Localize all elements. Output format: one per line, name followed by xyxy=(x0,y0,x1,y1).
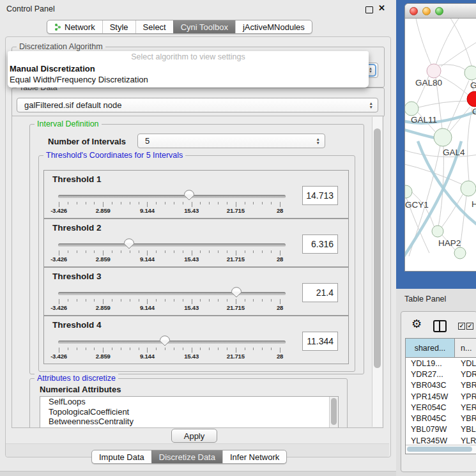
table-cell[interactable]: YBR043C xyxy=(406,381,455,390)
scrollbar-thumb[interactable] xyxy=(331,398,337,425)
slider-tick-label: 21.715 xyxy=(220,304,252,311)
table-row[interactable]: YER054CYER0... xyxy=(406,402,476,413)
table-row[interactable]: YBL079WYBL0... xyxy=(406,424,476,435)
settings-vertical-scrollbar[interactable] xyxy=(372,117,382,427)
network-edge[interactable] xyxy=(467,108,472,181)
slider-thumb[interactable] xyxy=(183,190,195,201)
minimize-traffic-light-icon[interactable] xyxy=(422,7,431,15)
attributes-list-scrollbar[interactable] xyxy=(329,397,338,428)
float-window-icon[interactable] xyxy=(365,6,373,13)
attribute-list-item[interactable]: SelfLoops xyxy=(40,397,338,407)
slider-thumb[interactable] xyxy=(123,238,135,249)
slider-track[interactable] xyxy=(58,243,286,247)
slider-thumb[interactable] xyxy=(231,287,242,298)
slider-track[interactable] xyxy=(58,195,286,198)
network-edge[interactable] xyxy=(442,19,472,66)
table-cell[interactable]: YLR3... xyxy=(455,436,476,445)
table-row[interactable]: YDR27...YDR2... xyxy=(406,369,476,380)
table-cell[interactable]: YLR345W xyxy=(406,436,455,445)
attribute-list-item[interactable]: TopologicalCoefficient xyxy=(40,407,338,417)
threshold-value-field[interactable]: 11.344 xyxy=(302,332,338,351)
table-cell[interactable]: YDR2... xyxy=(455,370,476,379)
slider-track[interactable] xyxy=(58,292,286,295)
tab-impute-data[interactable]: Impute Data xyxy=(92,450,151,463)
scrollbar-thumb[interactable] xyxy=(374,128,381,368)
network-edge[interactable] xyxy=(460,196,466,248)
table-cell[interactable]: YPR1... xyxy=(455,392,476,401)
zoom-traffic-light-icon[interactable] xyxy=(435,7,443,15)
network-node-green[interactable] xyxy=(461,181,476,196)
table-cell[interactable]: YDL19... xyxy=(406,359,455,368)
table-cell[interactable]: YDR27... xyxy=(406,370,455,379)
number-of-intervals-select[interactable]: 5 ▲▼ xyxy=(137,134,325,148)
threshold-value-field[interactable]: 14.713 xyxy=(302,186,338,205)
close-traffic-light-icon[interactable] xyxy=(410,7,418,15)
dropdown-option-manual-discretization[interactable]: Manual Discretization xyxy=(8,63,369,74)
close-icon[interactable]: ✕ xyxy=(378,3,385,13)
gear-icon[interactable]: ⚙ xyxy=(411,317,422,330)
tab-jactivemnodules[interactable]: jActiveMNodules xyxy=(235,20,312,33)
network-node-green[interactable] xyxy=(405,102,418,116)
threshold-label: Threshold 3 xyxy=(52,272,102,281)
network-node-green[interactable] xyxy=(464,66,476,80)
table-cell[interactable]: YER0... xyxy=(455,403,476,412)
slider-thumb[interactable] xyxy=(159,335,171,346)
table-horizontal-scrollbar[interactable] xyxy=(406,445,476,454)
tab-select[interactable]: Select xyxy=(135,20,173,33)
table-cell[interactable]: YBL0... xyxy=(455,425,476,434)
tab-network[interactable]: Network xyxy=(47,20,102,33)
algorithm-dropdown-popup: Select algorithm to view settings Manual… xyxy=(8,51,369,88)
dropdown-placeholder-option[interactable]: Select algorithm to view settings xyxy=(8,51,369,63)
network-node-green[interactable] xyxy=(434,128,452,146)
table-row[interactable]: YDL19...YDL1... xyxy=(406,358,476,369)
slider-track[interactable] xyxy=(58,341,286,344)
threshold-value-field[interactable]: 21.4 xyxy=(302,283,338,302)
network-node-pink[interactable] xyxy=(427,64,441,78)
tab-cyni-toolbox[interactable]: Cyni Toolbox xyxy=(173,20,235,33)
network-edge[interactable] xyxy=(405,150,476,157)
table-column-header[interactable]: n... xyxy=(455,339,476,357)
network-canvas[interactable]: GAL80GAGAL11CGAL4GCY1HHAP2 xyxy=(405,19,476,270)
table-cell[interactable]: YPR145W xyxy=(406,392,455,401)
network-window-titlebar[interactable] xyxy=(405,4,476,19)
table-cell[interactable]: YBR0... xyxy=(455,414,476,423)
network-edge[interactable] xyxy=(418,101,468,107)
slider-tick xyxy=(227,299,227,302)
slider-tick-label: 28 xyxy=(264,207,296,214)
split-table-icon[interactable] xyxy=(433,320,447,332)
slider-tick xyxy=(165,202,165,204)
table-cell[interactable]: YBL079W xyxy=(406,425,455,434)
network-node-label: H xyxy=(472,199,476,209)
table-row[interactable]: YBR043CYBR0... xyxy=(406,380,476,391)
table-column-header[interactable]: shared... xyxy=(406,339,455,357)
slider-tick xyxy=(209,348,210,350)
tab-discretize-data[interactable]: Discretize Data xyxy=(151,450,222,463)
table-data-select[interactable]: galFiltered.sif default node ▲▼ xyxy=(17,98,378,112)
network-node-red[interactable] xyxy=(467,91,476,107)
table-cell[interactable]: YBR0... xyxy=(455,381,476,390)
checkbox-icon[interactable]: ✓ xyxy=(458,323,465,330)
table-row[interactable]: YBR045CYBR0... xyxy=(406,413,476,424)
network-node-green[interactable] xyxy=(405,185,412,198)
threshold-value-field[interactable]: 6.316 xyxy=(302,234,338,254)
network-node-green[interactable] xyxy=(432,226,443,237)
network-node-green[interactable] xyxy=(454,247,466,259)
attribute-list-item[interactable]: BetweennessCentrality xyxy=(40,417,338,427)
slider-tick xyxy=(183,202,183,204)
network-edge[interactable] xyxy=(447,81,469,130)
tab-infer-network[interactable]: Infer Network xyxy=(222,450,286,463)
checkbox-icon[interactable]: ✓ xyxy=(466,323,473,330)
numerical-attributes-list[interactable]: SelfLoopsTopologicalCoefficientBetweenne… xyxy=(40,396,339,428)
table-cell[interactable]: YDL1... xyxy=(455,359,476,368)
table-cell[interactable]: YER054C xyxy=(406,403,455,412)
table-cell[interactable]: YBR045C xyxy=(406,414,455,423)
scrollbar-thumb[interactable] xyxy=(407,447,472,452)
network-edge[interactable] xyxy=(414,19,434,71)
tab-style[interactable]: Style xyxy=(102,20,135,33)
slider-tick-label: 21.715 xyxy=(220,256,252,263)
network-edge[interactable] xyxy=(434,19,469,71)
dropdown-option-equal-width-frequency-discretization[interactable]: Equal Width/Frequency Discretization xyxy=(8,74,369,85)
table-header-row: shared...n... xyxy=(406,339,476,358)
apply-button[interactable]: Apply xyxy=(171,429,217,443)
table-row[interactable]: YPR145WYPR1... xyxy=(406,391,476,402)
